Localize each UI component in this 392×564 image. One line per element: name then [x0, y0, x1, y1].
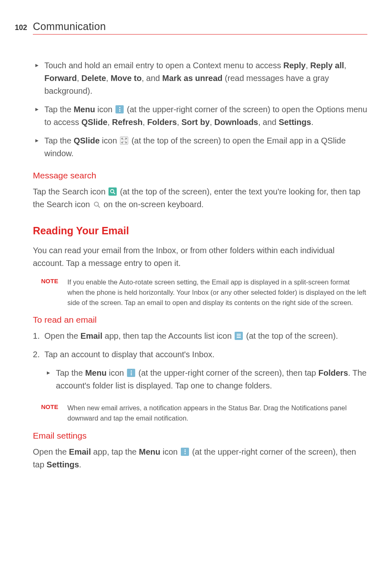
bullet-item: Tap the Menu icon (at the upper-right co…: [44, 367, 367, 392]
bullet-item: Tap the Menu icon (at the upper-right co…: [33, 103, 367, 129]
text: ,: [107, 118, 112, 127]
text: app, tap the: [91, 447, 139, 456]
text: icon: [106, 368, 126, 377]
text: ,: [210, 118, 214, 127]
note-body: If you enable the Auto-rotate screen set…: [67, 277, 367, 307]
heading-email-settings: Email settings: [33, 431, 367, 441]
bold: Menu: [74, 105, 95, 114]
text: (at the upper-right corner of the screen…: [136, 368, 318, 377]
bold: Reply all: [310, 61, 344, 70]
search-icon: [108, 187, 117, 196]
heading-reading-your-email: Reading Your Email: [33, 225, 367, 237]
text: on the on-screen keyboard.: [101, 200, 204, 209]
text: Tap the: [44, 105, 74, 114]
steps-list: Open the Email app, then tap the Account…: [33, 330, 367, 392]
text: Open the: [33, 447, 69, 456]
text: ,: [177, 118, 181, 127]
paragraph: Open the Email app, tap the Menu icon (a…: [33, 446, 367, 471]
note-label: NOTE: [41, 403, 67, 423]
bold: Settings: [279, 118, 311, 127]
text: , and: [258, 118, 279, 127]
text: (at the top of the screen).: [244, 331, 338, 340]
text: Open the: [44, 331, 81, 340]
bold: Settings: [46, 460, 79, 469]
text: ,: [106, 74, 111, 83]
chapter-title: Communication: [33, 21, 106, 32]
text: Tap the Search icon: [33, 187, 108, 196]
bold: Downloads: [214, 118, 258, 127]
bold: Folders: [318, 368, 348, 377]
paragraph: You can read your email from the Inbox, …: [33, 244, 367, 270]
text: ,: [143, 118, 147, 127]
heading-to-read-an-email: To read an email: [33, 315, 367, 325]
note-body: When new email arrives, a notification a…: [67, 403, 367, 423]
text: , and: [142, 74, 162, 83]
bold: Menu: [139, 447, 160, 456]
bold: Mark as unread: [162, 74, 223, 83]
bold: Reply: [283, 61, 305, 70]
note-block: NOTE When new email arrives, a notificat…: [41, 403, 367, 423]
note-label: NOTE: [41, 277, 67, 307]
bold: Move to: [111, 74, 142, 83]
accounts-list-icon: [235, 332, 243, 340]
svg-point-2: [94, 202, 98, 206]
bold: Folders: [147, 118, 177, 127]
text: .: [311, 118, 314, 127]
menu-icon: [115, 105, 124, 113]
text: app, then tap the Accounts list icon: [102, 331, 234, 340]
svg-point-0: [111, 190, 114, 193]
text: ,: [77, 74, 81, 83]
text: .: [79, 460, 81, 469]
qslide-icon: [120, 136, 128, 145]
bold: Sort by: [182, 118, 210, 127]
text: icon: [95, 105, 115, 114]
text: icon: [100, 136, 120, 145]
text: Tap the: [44, 136, 74, 145]
bold: Refresh: [112, 118, 143, 127]
bold: Delete: [81, 74, 106, 83]
menu-icon: [127, 369, 135, 377]
bold: Email: [69, 447, 91, 456]
text: Touch and hold an email entry to open a …: [44, 61, 283, 70]
svg-line-3: [98, 206, 100, 208]
text: icon: [160, 447, 180, 456]
text: ,: [306, 61, 310, 70]
menu-icon: [181, 448, 189, 456]
sub-bullet-list: Tap the Menu icon (at the upper-right co…: [44, 367, 367, 392]
bold: Menu: [85, 368, 106, 377]
search-icon: [93, 201, 101, 208]
step-item: Tap an account to display that account's…: [33, 348, 367, 392]
intro-bullet-list: Touch and hold an email entry to open a …: [33, 59, 367, 160]
step-item: Open the Email app, then tap the Account…: [33, 330, 367, 342]
bold: Email: [81, 331, 102, 340]
svg-line-1: [113, 192, 115, 194]
bold: Forward: [44, 74, 77, 83]
page-header: 102 Communication: [33, 21, 367, 35]
bullet-item: Touch and hold an email entry to open a …: [33, 59, 367, 97]
bold: QSlide: [74, 136, 99, 145]
bold: QSlide: [81, 118, 107, 127]
text: ,: [344, 61, 346, 70]
text: Tap the: [56, 368, 85, 377]
paragraph: Tap the Search icon (at the top of the s…: [33, 185, 367, 211]
page-number: 102: [15, 23, 33, 32]
note-block: NOTE If you enable the Auto-rotate scree…: [41, 277, 367, 307]
heading-message-search: Message search: [33, 171, 367, 180]
text: Tap an account to display that account's…: [44, 350, 214, 359]
bullet-item: Tap the QSlide icon (at the top of the s…: [33, 134, 367, 160]
